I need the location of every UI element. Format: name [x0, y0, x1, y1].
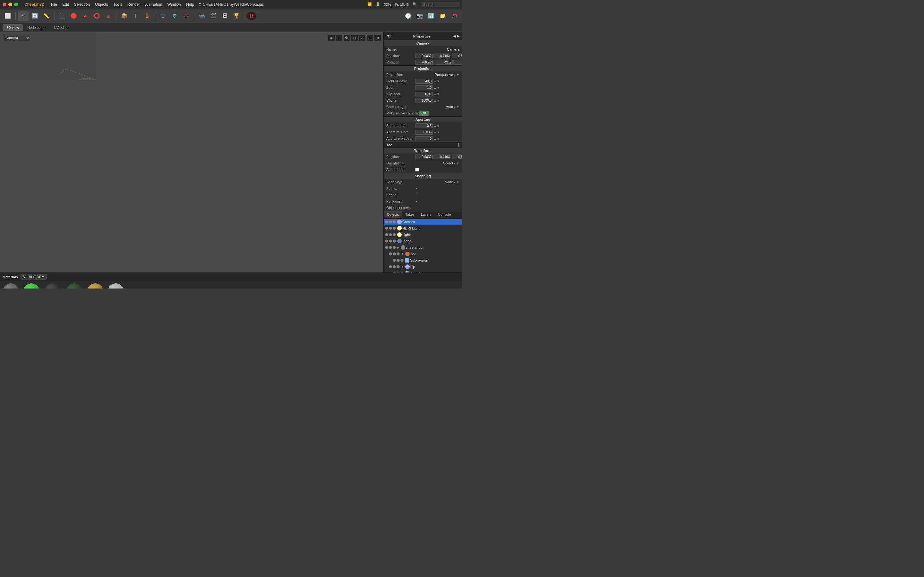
menu-bar[interactable]: File Edit Selection Objects Tools Render…	[51, 2, 194, 7]
grid-button[interactable]: ⊞	[367, 35, 373, 41]
menu-objects[interactable]: Objects	[95, 2, 108, 7]
tab-node-editor[interactable]: Node editor	[23, 24, 49, 31]
clip-near-chevron[interactable]: ▲▼	[433, 92, 440, 96]
tool-pos-z[interactable]	[452, 155, 462, 159]
tab-uv-editor[interactable]: UV editor	[50, 24, 73, 31]
fov-chevron[interactable]: ▲▼	[433, 79, 440, 83]
camera-light-chevron[interactable]: ▲▼	[453, 105, 459, 109]
arrow-left-icon[interactable]: ◀	[453, 34, 456, 38]
obj-dot-vis[interactable]	[385, 220, 388, 223]
bot-triangle[interactable]: ▼	[401, 252, 404, 255]
search-input[interactable]	[421, 2, 459, 7]
display-mode-button[interactable]: ⬜	[3, 11, 13, 21]
select-tool-button[interactable]: ↖	[18, 11, 29, 21]
obj-cheetahbot[interactable]: ▶ cheetahbot	[384, 244, 462, 251]
orient-button[interactable]: ⊕	[328, 35, 334, 41]
material-grey[interactable]: Grey	[3, 284, 19, 288]
obj-plane-dot-1[interactable]	[385, 239, 388, 243]
clock-icon[interactable]: 🕐	[403, 11, 413, 21]
tag-icon[interactable]: 🏷	[449, 11, 459, 21]
orientation-chevron[interactable]: ▲▼	[453, 161, 459, 165]
settings-button[interactable]: ⚙	[375, 35, 381, 41]
arrow-right-icon[interactable]: ▶	[457, 34, 459, 38]
search-icon[interactable]: 🔍	[413, 2, 417, 6]
projection-chevron[interactable]: ▲▼	[453, 73, 459, 77]
obj-plane-dot-3[interactable]	[393, 239, 396, 243]
particles-button[interactable]: 🎞	[220, 11, 230, 21]
zoom-out-button[interactable]: ⊖	[351, 35, 358, 41]
plus-button[interactable]: +	[336, 35, 342, 41]
menu-help[interactable]: Help	[186, 2, 194, 7]
aperture-size-input[interactable]	[415, 130, 433, 135]
material-floor[interactable]: floor	[87, 284, 103, 288]
obj-dot-1[interactable]	[385, 227, 388, 230]
spline-button[interactable]: 🏺	[142, 11, 152, 21]
material-metal-purpel[interactable]: Metal Purpel	[44, 284, 61, 288]
rot-y[interactable]	[435, 60, 453, 65]
deformer-button[interactable]: 🛡	[181, 11, 191, 21]
camera-select[interactable]: Camera Perspective Top Front Right	[3, 35, 31, 41]
obj-light-dot-1[interactable]	[385, 233, 388, 236]
obj-bot[interactable]: ▼ Bot	[384, 251, 462, 257]
obj-plane-dot-2[interactable]	[389, 239, 392, 243]
pos-y[interactable]	[433, 53, 451, 58]
maximize-button[interactable]	[14, 3, 18, 6]
camera-icon[interactable]: 📷	[415, 11, 425, 21]
cone-button[interactable]: 🔺	[80, 11, 90, 21]
pos-z[interactable]	[452, 53, 462, 58]
obj-joint-1[interactable]: Joint.1	[384, 270, 462, 272]
torus-button[interactable]: ⭕	[92, 11, 102, 21]
obj-light-dot-2[interactable]	[389, 233, 392, 236]
clip-far-chevron[interactable]: ▲▼	[433, 99, 440, 102]
rotate-tool-button[interactable]: 🔄	[30, 11, 40, 21]
shutter-chevron[interactable]: ▲▼	[433, 124, 440, 127]
add-material-button[interactable]: Add material ▼	[21, 274, 47, 279]
tab-3d-view[interactable]: 3D view	[3, 24, 23, 31]
material-material[interactable]: Material	[107, 284, 124, 288]
make-active-button[interactable]: OK	[419, 111, 429, 116]
aperture-blades-input[interactable]	[415, 136, 433, 141]
sphere-button[interactable]: 🔴	[69, 11, 79, 21]
camera-button[interactable]: 📹	[197, 11, 207, 21]
rot-z[interactable]	[453, 60, 462, 65]
aperture-size-chevron[interactable]: ▲▼	[433, 131, 440, 134]
counter-icon[interactable]: 🔢	[426, 11, 436, 21]
menu-tools[interactable]: Tools	[113, 2, 122, 7]
fov-input[interactable]	[415, 79, 433, 84]
obj-hdri-light[interactable]: HDRI Light	[384, 225, 462, 231]
clip-far-input[interactable]	[415, 98, 433, 103]
viewport-3d[interactable]: Camera Perspective Top Front Right ⊕ + 🔍…	[0, 32, 383, 272]
position-inputs[interactable]	[415, 53, 462, 58]
clip-near-input[interactable]	[415, 92, 433, 97]
obj-dot-3[interactable]	[393, 227, 396, 230]
modifier-button[interactable]: ⬡	[158, 11, 168, 21]
camera-dropdown-container[interactable]: Camera Perspective Top Front Right	[3, 35, 31, 41]
aperture-blades-chevron[interactable]: ▲▼	[433, 137, 440, 140]
tab-takes[interactable]: Takes	[402, 211, 418, 218]
zoom-button[interactable]: 🔍	[344, 35, 350, 41]
menu-window[interactable]: Window	[168, 2, 181, 7]
render-btn[interactable]: R	[247, 11, 256, 21]
text-button[interactable]: T	[131, 11, 141, 21]
tool-pos-x[interactable]	[415, 155, 433, 159]
menu-animation[interactable]: Animation	[145, 2, 162, 7]
close-button[interactable]	[3, 3, 6, 6]
snapping-chevron[interactable]: ▲▼	[453, 181, 459, 184]
obj-dot-render[interactable]	[389, 220, 392, 223]
minimize-button[interactable]	[8, 3, 12, 6]
obj-plane[interactable]: Plane	[384, 238, 462, 244]
menu-selection[interactable]: Selection	[74, 2, 90, 7]
auto-mode-checkbox[interactable]	[415, 168, 419, 171]
tab-console[interactable]: Console	[435, 211, 454, 218]
rotation-inputs[interactable]	[415, 60, 462, 65]
pos-x[interactable]	[415, 53, 433, 58]
tool-pos-y[interactable]	[433, 155, 451, 159]
animation-button[interactable]: 🎬	[208, 11, 218, 21]
obj-dot-2[interactable]	[389, 227, 392, 230]
scale-tool-button[interactable]: 📏	[41, 11, 52, 21]
zoom-input[interactable]	[415, 85, 433, 90]
rot-x[interactable]	[415, 60, 435, 65]
box-button[interactable]: ⬛	[57, 11, 67, 21]
obj-camera[interactable]: Camera	[384, 219, 462, 225]
rigging-button[interactable]: 🏆	[231, 11, 242, 21]
